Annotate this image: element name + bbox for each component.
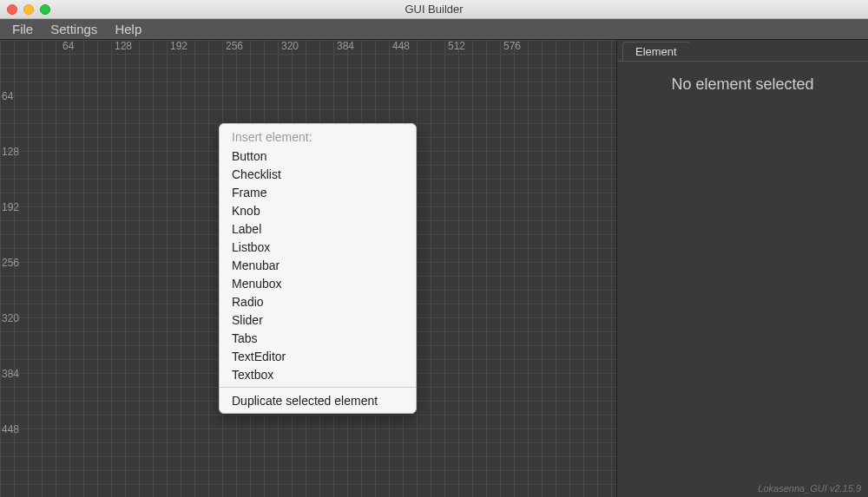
insert-button[interactable]: Button [220, 147, 416, 165]
ruler-v-label: 192 [2, 201, 19, 213]
window-title: GUI Builder [0, 3, 868, 16]
ruler-v-label: 384 [2, 368, 19, 380]
insert-textbox[interactable]: Textbox [220, 365, 416, 383]
context-menu-heading: Insert element: [220, 128, 416, 147]
app-menubar: File Settings Help [0, 19, 868, 40]
ruler-h-label: 64 [62, 40, 74, 52]
close-window-icon[interactable] [7, 4, 17, 15]
ruler-h-label: 192 [170, 40, 187, 52]
insert-label[interactable]: Label [220, 219, 416, 238]
insert-frame[interactable]: Frame [220, 183, 416, 201]
ruler-v-label: 448 [2, 423, 19, 435]
ruler-h-label: 128 [115, 40, 132, 52]
duplicate-selected-element[interactable]: Duplicate selected element [220, 391, 416, 409]
version-footer: Lokasenna_GUI v2.15.9 [758, 483, 861, 494]
no-selection-message: No element selected [617, 75, 868, 94]
context-menu: Insert element: Button Checklist Frame K… [219, 123, 417, 414]
insert-listbox[interactable]: Listbox [220, 238, 416, 256]
insert-slider[interactable]: Slider [220, 311, 416, 329]
panel-tab-strip: Element [617, 40, 868, 61]
tab-element[interactable]: Element [622, 42, 690, 61]
zoom-window-icon[interactable] [40, 4, 50, 15]
ruler-h-label: 384 [337, 40, 354, 52]
ruler-h-label: 576 [503, 40, 521, 52]
ruler-h-label: 256 [226, 40, 243, 52]
minimize-window-icon[interactable] [23, 4, 34, 15]
context-menu-separator [220, 387, 416, 388]
canvas[interactable]: 64 128 192 256 320 384 448 512 576 64 12… [0, 40, 616, 497]
insert-texteditor[interactable]: TextEditor [220, 347, 416, 365]
insert-radio[interactable]: Radio [220, 292, 416, 311]
ruler-h-label: 448 [392, 40, 410, 52]
insert-tabs[interactable]: Tabs [220, 329, 416, 347]
ruler-h-label: 320 [281, 40, 299, 52]
insert-checklist[interactable]: Checklist [220, 165, 416, 183]
menu-file[interactable]: File [3, 22, 42, 36]
insert-menubox[interactable]: Menubox [220, 274, 416, 292]
ruler-h-label: 512 [448, 40, 465, 52]
menu-help[interactable]: Help [106, 22, 150, 36]
insert-menubar[interactable]: Menubar [220, 256, 416, 274]
panel-body: No element selected [617, 61, 868, 497]
menu-settings[interactable]: Settings [42, 22, 106, 36]
ruler-v-label: 256 [2, 257, 19, 269]
ruler-v-label: 64 [2, 90, 13, 102]
insert-knob[interactable]: Knob [220, 201, 416, 219]
properties-panel: Element No element selected Lokasenna_GU… [616, 40, 868, 497]
ruler-v-label: 128 [2, 146, 19, 158]
ruler-v-label: 320 [2, 312, 19, 324]
window-titlebar: GUI Builder [0, 0, 868, 19]
window-controls [0, 4, 50, 15]
